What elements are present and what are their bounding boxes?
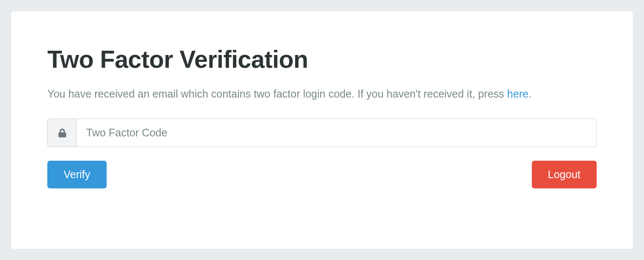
logout-button[interactable]: Logout xyxy=(532,161,597,188)
instruction-suffix: . xyxy=(528,88,531,100)
two-factor-card: Two Factor Verification You have receive… xyxy=(11,11,633,249)
instruction-prefix: You have received an email which contain… xyxy=(47,88,507,100)
two-factor-code-input[interactable] xyxy=(76,118,597,147)
resend-link[interactable]: here xyxy=(507,88,528,100)
button-row: Verify Logout xyxy=(47,161,597,188)
code-input-group xyxy=(47,118,597,147)
input-prepend xyxy=(47,118,76,147)
verify-button[interactable]: Verify xyxy=(47,161,107,188)
instruction-text: You have received an email which contain… xyxy=(47,85,597,102)
lock-icon xyxy=(58,128,66,138)
page-title: Two Factor Verification xyxy=(47,45,597,73)
